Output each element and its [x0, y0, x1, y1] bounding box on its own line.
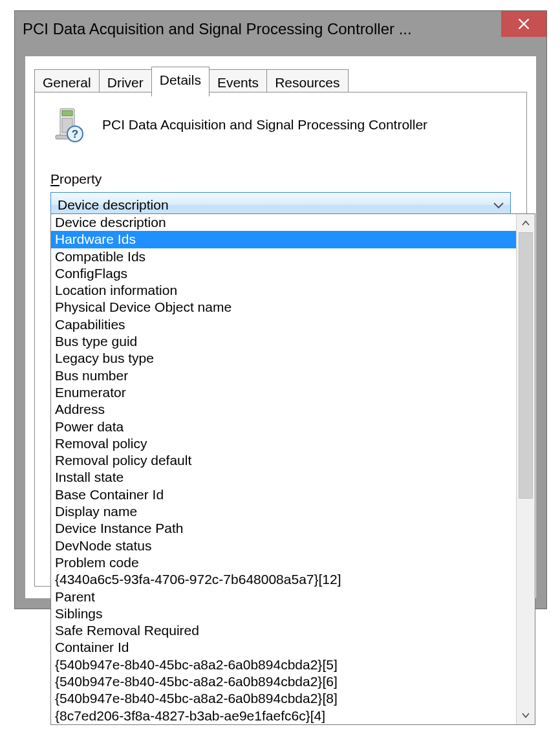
property-label: Property [50, 171, 511, 187]
dropdown-item[interactable]: Display name [51, 503, 516, 520]
svg-text:?: ? [72, 128, 78, 140]
scroll-up-button[interactable] [517, 214, 535, 232]
device-name: PCI Data Acquisition and Signal Processi… [102, 117, 427, 133]
dropdown-item[interactable]: Address [51, 401, 516, 418]
dropdown-item[interactable]: Physical Device Object name [51, 299, 516, 316]
scroll-down-button[interactable] [517, 706, 535, 724]
dropdown-item[interactable]: Removal policy [51, 435, 516, 452]
property-dropdown-list[interactable]: Device descriptionHardware IdsCompatible… [50, 213, 535, 725]
tab-driver[interactable]: Driver [99, 69, 152, 95]
dropdown-item[interactable]: Problem code [51, 554, 516, 571]
chevron-down-icon [493, 199, 504, 212]
svg-rect-3 [62, 111, 72, 116]
dropdown-item[interactable]: {540b947e-8b40-45bc-a8a2-6a0b894cbda2}[8… [51, 690, 516, 707]
device-header: ? PCI Data Acquisition and Signal Proces… [50, 107, 511, 143]
scrollbar-thumb[interactable] [519, 232, 533, 499]
dropdown-item[interactable]: Legacy bus type [51, 350, 516, 367]
tab-resources[interactable]: Resources [266, 69, 348, 95]
tab-strip: General Driver Details Events Resources [34, 67, 348, 92]
dropdown-item[interactable]: Power data [51, 418, 516, 435]
dropdown-item[interactable]: Bus number [51, 367, 516, 384]
dropdown-scrollbar[interactable] [516, 214, 535, 724]
dropdown-item[interactable]: Device Instance Path [51, 520, 516, 537]
combobox-selected-text: Device description [58, 197, 169, 213]
dropdown-item[interactable]: Container Id [51, 639, 516, 656]
dropdown-item[interactable]: Base Container Id [51, 486, 516, 503]
tab-general[interactable]: General [34, 69, 100, 95]
dropdown-item[interactable]: Bus type guid [51, 333, 516, 350]
dropdown-item[interactable]: {8c7ed206-3f8a-4827-b3ab-ae9e1faefc6c}[4… [51, 708, 516, 724]
titlebar[interactable]: PCI Data Acquisition and Signal Processi… [15, 11, 546, 47]
dropdown-item[interactable]: DevNode status [51, 537, 516, 554]
dropdown-item[interactable]: {4340a6c5-93fa-4706-972c-7b648008a5a7}[1… [51, 571, 516, 588]
dropdown-item[interactable]: Removal policy default [51, 452, 516, 469]
dropdown-item[interactable]: Parent [51, 589, 516, 605]
window-title: PCI Data Acquisition and Signal Processi… [15, 20, 412, 38]
dropdown-item[interactable]: {540b947e-8b40-45bc-a8a2-6a0b894cbda2}[6… [51, 673, 516, 690]
dropdown-item[interactable]: Safe Removal Required [51, 622, 516, 639]
dropdown-item[interactable]: Install state [51, 469, 516, 486]
dropdown-item[interactable]: ConfigFlags [51, 265, 516, 282]
dropdown-item[interactable]: Siblings [51, 605, 516, 622]
dropdown-item[interactable]: Device description [51, 214, 516, 231]
dropdown-item[interactable]: Capabilities [51, 316, 516, 333]
tab-details[interactable]: Details [151, 67, 210, 96]
close-icon [518, 18, 530, 30]
dropdown-item[interactable]: Enumerator [51, 384, 516, 401]
dropdown-item[interactable]: Hardware Ids [51, 231, 516, 248]
dropdown-item[interactable]: Location information [51, 282, 516, 299]
scrollbar-track[interactable] [517, 232, 535, 706]
tab-events[interactable]: Events [209, 69, 267, 95]
device-unknown-icon: ? [50, 107, 87, 143]
close-button[interactable] [501, 11, 546, 37]
dropdown-item[interactable]: {540b947e-8b40-45bc-a8a2-6a0b894cbda2}[5… [51, 656, 516, 673]
dropdown-item[interactable]: Compatible Ids [51, 248, 516, 265]
